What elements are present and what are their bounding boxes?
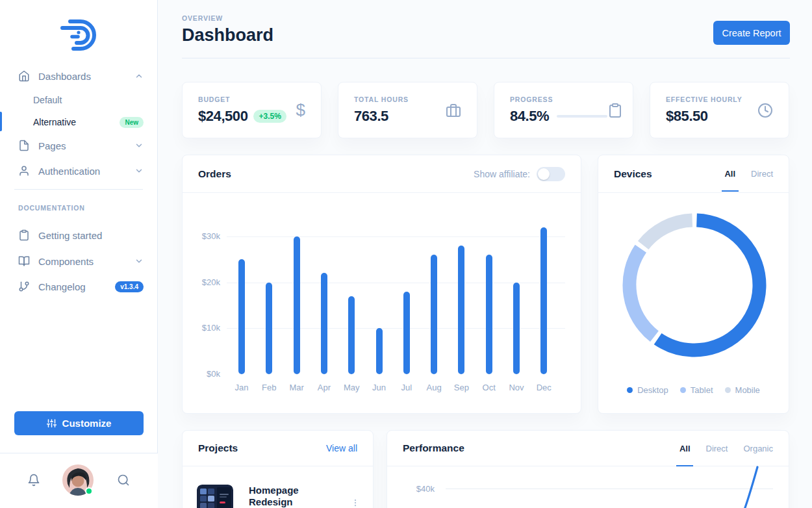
- customize-label: Customize: [62, 418, 112, 429]
- trend-badge: +3.5%: [253, 110, 286, 123]
- divider: [14, 189, 143, 190]
- x-axis-tick-label: May: [338, 383, 364, 392]
- x-axis-tick-label: Feb: [256, 383, 282, 392]
- legend-label: Mobile: [735, 385, 760, 395]
- more-vertical-icon[interactable]: [351, 496, 360, 508]
- effective-hourly-stat-card: EFFECTIVE HOURLY $85.50: [650, 82, 789, 138]
- search-icon[interactable]: [117, 474, 130, 487]
- x-axis-tick-label: Nov: [503, 383, 529, 392]
- y-axis-tick-label: $10k: [183, 323, 220, 333]
- devices-legend: DesktopTabletMobile: [598, 385, 789, 395]
- x-axis-tick-label: Jan: [229, 383, 255, 392]
- sidebar: Dashboards Default Alternative New Pages…: [0, 0, 158, 508]
- bar-Jul: [403, 292, 410, 374]
- x-axis-tick-label: Jul: [394, 383, 420, 392]
- devices-card-title: Devices: [614, 168, 652, 180]
- bar-Jun: [376, 328, 383, 374]
- x-axis-tick-label: Jun: [366, 383, 392, 392]
- sidebar-item-label: Components: [38, 256, 134, 267]
- app-logo-icon[interactable]: [60, 17, 97, 52]
- create-report-button[interactable]: Create Report: [713, 21, 790, 45]
- bar-Sep: [458, 246, 464, 374]
- legend-item-desktop[interactable]: Desktop: [627, 385, 668, 395]
- bar-Feb: [266, 283, 272, 374]
- sidebar-item-components[interactable]: Components: [0, 249, 158, 273]
- git-branch-icon: [18, 281, 30, 292]
- projects-card: Projects View all Homepage Redesign: [182, 430, 374, 508]
- stat-value: $24,500: [198, 108, 247, 125]
- stat-value: $85.50: [666, 108, 708, 125]
- sidebar-item-label: Changelog: [38, 281, 115, 292]
- home-icon: [18, 70, 30, 82]
- y-axis-tick-label: $20k: [183, 277, 220, 287]
- progress-bar: [557, 115, 607, 118]
- file-icon: [18, 140, 30, 151]
- project-list-item[interactable]: Homepage Redesign: [197, 485, 360, 508]
- sidebar-item-authentication[interactable]: Authentication: [0, 159, 158, 183]
- book-open-icon: [18, 255, 30, 267]
- version-badge: v1.3.4: [115, 281, 144, 292]
- clipboard-icon: [18, 229, 30, 241]
- devices-donut-chart: [616, 207, 772, 363]
- performance-card: Performance All Direct Organic $40k: [387, 430, 789, 508]
- tab-all[interactable]: All: [679, 444, 691, 453]
- legend-item-tablet[interactable]: Tablet: [680, 385, 713, 395]
- bar-Mar: [294, 236, 300, 374]
- sidebar-item-label: Pages: [38, 140, 134, 151]
- legend-item-mobile[interactable]: Mobile: [725, 385, 760, 395]
- performance-line-chart: [721, 462, 780, 508]
- sidebar-item-label: Getting started: [38, 230, 144, 241]
- view-all-link[interactable]: View all: [326, 443, 357, 453]
- project-thumbnail: [197, 485, 233, 508]
- y-axis-tick-label: $30k: [183, 231, 220, 241]
- show-affiliate-toggle[interactable]: [537, 167, 565, 181]
- tab-organic[interactable]: Organic: [743, 444, 773, 453]
- legend-dot: [627, 387, 633, 393]
- sidebar-item-pages[interactable]: Pages: [0, 133, 158, 158]
- bar-Nov: [513, 283, 520, 374]
- donut-segment-mobile: [616, 207, 772, 363]
- x-axis-tick-label: Dec: [531, 383, 557, 392]
- tab-direct[interactable]: Direct: [706, 444, 728, 453]
- tab-direct[interactable]: Direct: [751, 169, 773, 179]
- online-status-dot: [85, 487, 93, 495]
- sidebar-item-default[interactable]: Default: [0, 90, 158, 110]
- donut-segment-tablet: [616, 207, 772, 363]
- sidebar-item-label: Authentication: [38, 166, 134, 177]
- show-affiliate-label: Show affiliate:: [474, 169, 530, 179]
- toggle-knob: [538, 168, 550, 180]
- sidebar-item-alternative[interactable]: Alternative New: [0, 112, 158, 133]
- stat-value: 84.5%: [510, 108, 549, 125]
- x-axis-tick-label: Aug: [421, 383, 447, 392]
- total-hours-stat-card: TOTAL HOURS 763.5: [338, 82, 477, 138]
- bell-icon[interactable]: [27, 474, 40, 487]
- legend-label: Tablet: [691, 385, 713, 395]
- legend-label: Desktop: [637, 385, 668, 395]
- orders-card-title: Orders: [198, 168, 231, 180]
- tab-all[interactable]: All: [724, 169, 735, 179]
- clock-icon: [757, 103, 773, 118]
- devices-card: Devices All Direct DesktopTabletMobile: [598, 155, 789, 414]
- customize-button[interactable]: Customize: [14, 411, 144, 435]
- sidebar-item-label: Dashboards: [38, 71, 134, 82]
- sidebar-item-getting-started[interactable]: Getting started: [0, 223, 158, 248]
- performance-card-title: Performance: [403, 442, 464, 454]
- progress-stat-card: PROGRESS 84.5%: [494, 82, 633, 138]
- projects-card-title: Projects: [198, 442, 238, 454]
- sidebar-item-dashboards[interactable]: Dashboards: [0, 64, 158, 88]
- bar-Apr: [321, 273, 327, 374]
- gridline: [227, 236, 565, 237]
- sidebar-item-label: Default: [33, 95, 62, 105]
- legend-dot: [680, 387, 686, 393]
- avatar[interactable]: [62, 464, 94, 496]
- sidebar-item-label: Alternative: [33, 117, 76, 127]
- orders-card: Orders Show affiliate: $0k$10k$20k$30kJa…: [182, 155, 581, 414]
- stat-label: TOTAL HOURS: [354, 95, 446, 103]
- x-axis-tick-label: Apr: [311, 383, 337, 392]
- sidebar-item-changelog[interactable]: Changelog v1.3.4: [0, 274, 158, 299]
- page-title: Dashboard: [182, 25, 273, 45]
- stat-value: 763.5: [354, 108, 388, 125]
- clipboard-icon: [607, 103, 623, 118]
- page-eyebrow: OVERVIEW: [182, 14, 223, 22]
- chevron-up-icon: [134, 71, 144, 81]
